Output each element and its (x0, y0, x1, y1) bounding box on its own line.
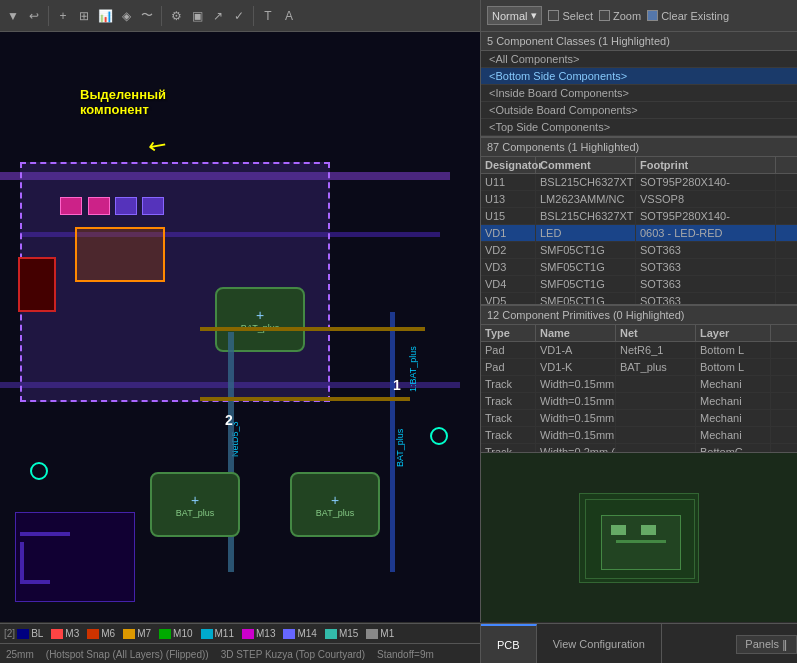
comp-cell-des-6: VD4 (481, 276, 536, 292)
zoom-checkbox-label[interactable]: Zoom (599, 10, 641, 22)
class-item-2[interactable]: <Inside Board Components> (481, 85, 797, 102)
layer-color-m1x (366, 629, 378, 639)
layer-item-m6[interactable]: M6 (87, 628, 115, 639)
bat-plus-btm2-label: BAT_plus (316, 508, 354, 518)
route-icon[interactable]: ↗ (209, 7, 227, 25)
grid-icon[interactable]: ⊞ (75, 7, 93, 25)
primitives-table-body[interactable]: Pad VD1-A NetR6_1 Bottom L Pad VD1-K BAT… (481, 342, 797, 452)
prim-cell-type-6: Track (481, 444, 536, 452)
layer-item-m13[interactable]: M13 (242, 628, 275, 639)
prim-cell-name-2: Width=0.15mm (8 (536, 376, 616, 392)
prim-cell-type-3: Track (481, 393, 536, 409)
layer-label-2bl: BL (31, 628, 43, 639)
prim-row-1[interactable]: Pad VD1-K BAT_plus Bottom L (481, 359, 797, 376)
comp-cell-comment-0: BSL215CH6327XT (536, 174, 636, 190)
prim-row-0[interactable]: Pad VD1-A NetR6_1 Bottom L (481, 342, 797, 359)
right-topbar: Normal ▾ Select Zoom Clear Existing (480, 0, 797, 32)
layer-label-m7: M7 (137, 628, 151, 639)
sep2 (161, 6, 162, 26)
chip-icon[interactable]: ▣ (188, 7, 206, 25)
layer-item-m11[interactable]: M11 (201, 628, 234, 639)
layer-color-m7 (123, 629, 135, 639)
clear-existing-checkbox[interactable] (647, 10, 658, 21)
components-table-body[interactable]: U11 BSL215CH6327XT SOT95P280X140- U13 LM… (481, 174, 797, 304)
add-icon[interactable]: + (54, 7, 72, 25)
layer-color-m13 (242, 629, 254, 639)
class-item-0[interactable]: <All Components> (481, 51, 797, 68)
prim-cell-net-4 (616, 410, 696, 426)
wave-icon[interactable]: 〜 (138, 7, 156, 25)
comp-cell-fp-2: SOT95P280X140- (636, 208, 776, 224)
prim-row-6[interactable]: Track Width=0.2mm (80 BottomC (481, 444, 797, 452)
back-icon[interactable]: ↩ (25, 7, 43, 25)
via-1 (30, 462, 48, 480)
layer-item-m15[interactable]: M15 (325, 628, 358, 639)
layer-icon[interactable]: A (280, 7, 298, 25)
comp-cell-comment-2: BSL215CH6327XT (536, 208, 636, 224)
clear-existing-checkbox-label[interactable]: Clear Existing (647, 10, 729, 22)
pcb-canvas[interactable]: Выделенный компонент ↙ + BAT_plus NetD5_… (0, 32, 480, 622)
drc-icon[interactable]: ✓ (230, 7, 248, 25)
prim-row-4[interactable]: Track Width=0.15mm (8 Mechani (481, 410, 797, 427)
layer-item-2bl[interactable]: [2] BL (4, 628, 43, 639)
layer-item-m10[interactable]: M10 (159, 628, 192, 639)
zoom-checkbox[interactable] (599, 10, 610, 21)
class-item-3[interactable]: <Outside Board Components> (481, 102, 797, 119)
filter-icon[interactable]: ▼ (4, 7, 22, 25)
coords-display: 25mm (6, 649, 34, 660)
comp-row-7[interactable]: VD5 SMF05CT1G SOT363 (481, 293, 797, 304)
class-item-4[interactable]: <Top Side Components> (481, 119, 797, 136)
text-icon[interactable]: T (259, 7, 277, 25)
comp-row-6[interactable]: VD4 SMF05CT1G SOT363 (481, 276, 797, 293)
blue-pad-2 (142, 197, 164, 215)
pink-pad-2 (88, 197, 110, 215)
settings-icon[interactable]: ⚙ (167, 7, 185, 25)
components-table-header: Designator Comment Footprint (481, 157, 797, 174)
purple-trace (20, 532, 70, 536)
comp-cell-fp-7: SOT363 (636, 293, 776, 304)
component-classes-list[interactable]: <All Components><Bottom Side Components>… (481, 51, 797, 136)
panels-button[interactable]: Panels ‖ (736, 635, 797, 654)
diagram-icon[interactable]: ◈ (117, 7, 135, 25)
layer-item-m7[interactable]: M7 (123, 628, 151, 639)
net-label-bat2: 1:BAT_plus (408, 346, 418, 392)
number-2: 2 (225, 412, 233, 428)
select-checkbox[interactable] (548, 10, 559, 21)
yellow-trace (200, 397, 410, 401)
prim-cell-layer-1: Bottom L (696, 359, 771, 375)
class-item-1[interactable]: <Bottom Side Components> (481, 68, 797, 85)
prim-cell-net-0: NetR6_1 (616, 342, 696, 358)
layer-item-m3[interactable]: M3 (51, 628, 79, 639)
layer-color-m14 (283, 629, 295, 639)
comp-row-5[interactable]: VD3 SMF05CT1G SOT363 (481, 259, 797, 276)
comp-row-1[interactable]: U13 LM2623AMM/NC VSSOP8 (481, 191, 797, 208)
mode-select[interactable]: Normal ▾ (487, 6, 542, 25)
prim-cell-layer-5: Mechani (696, 427, 771, 443)
component-classes-section: 5 Component Classes (1 Highlighted) <All… (481, 32, 797, 136)
comp-row-4[interactable]: VD2 SMF05CT1G SOT363 (481, 242, 797, 259)
comp-cell-comment-6: SMF05CT1G (536, 276, 636, 292)
prim-cell-name-6: Width=0.2mm (80 (536, 444, 616, 452)
layer-color-m6 (87, 629, 99, 639)
tab-view-configuration[interactable]: View Configuration (537, 624, 662, 663)
layer-label-m1x: M1 (380, 628, 394, 639)
comp-row-2[interactable]: U15 BSL215CH6327XT SOT95P280X140- (481, 208, 797, 225)
prim-row-3[interactable]: Track Width=0.15mm (8 Mechani (481, 393, 797, 410)
tab-pcb[interactable]: PCB (481, 624, 537, 663)
prim-cell-name-3: Width=0.15mm (8 (536, 393, 616, 409)
status-bar: 25mm (Hotspot Snap (All Layers) (Flipped… (0, 644, 480, 663)
comp-cell-fp-3: 0603 - LED-RED (636, 225, 776, 241)
comp-row-0[interactable]: U11 BSL215CH6327XT SOT95P280X140- (481, 174, 797, 191)
comp-cell-fp-5: SOT363 (636, 259, 776, 275)
chart-icon[interactable]: 📊 (96, 7, 114, 25)
comp-row-3[interactable]: VD1 LED 0603 - LED-RED (481, 225, 797, 242)
select-checkbox-label[interactable]: Select (548, 10, 593, 22)
layer-item-m1x[interactable]: M1 (366, 628, 394, 639)
mode-value: Normal (492, 10, 527, 22)
layer-item-m14[interactable]: M14 (283, 628, 316, 639)
bottom-left: [2] BL M3 M6 M7 M10 M11 (0, 624, 480, 663)
preview-pad2 (641, 525, 656, 535)
prim-col-layer: Layer (696, 325, 771, 341)
prim-row-5[interactable]: Track Width=0.15mm (8 Mechani (481, 427, 797, 444)
prim-row-2[interactable]: Track Width=0.15mm (8 Mechani (481, 376, 797, 393)
